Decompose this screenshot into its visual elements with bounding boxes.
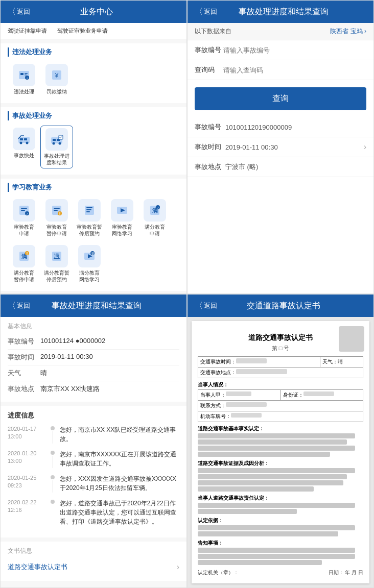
cert-party-a-id: 身份证： [280,390,363,401]
section-violation-title: 违法处理业务 [8,47,179,57]
svg-rect-1 [20,73,24,75]
cert-party-a-contact: 联系方式： [198,401,363,411]
cert-parties-table: 当事人甲： 身份证： 联系方式： 机动车牌号： [198,389,363,422]
svg-rect-12 [24,138,27,140]
violation-handle-icon: √ [13,64,35,86]
progress-dot-1 [51,426,55,430]
edu-pause-apply-label: 审验教育暂停申请 [46,224,67,237]
query-code-input[interactable] [223,66,366,74]
svg-text:¥: ¥ [55,72,59,79]
data-source-region[interactable]: 陕西省 宝鸡 › [330,27,366,36]
cert-basic-table: 交通事故时间： 天气：晴 交通事故地点： [198,356,363,378]
cert-facts-line3 [198,446,355,451]
icon-item-edu-pause-book[interactable]: 审验教育暂停后预约 [73,197,106,239]
panel3-back-button[interactable]: 〈 返回 [8,301,30,311]
progress-item-3: 2020-01-25 09:23 您好，XXX因发生道路交通事故被XXXXXX于… [8,474,179,493]
progress-dot-col-2 [49,450,57,468]
accident-progress-icon [45,128,68,151]
detail-label-accident-time: 事故时间 [8,353,40,362]
progress-time-4: 2020-02-22 12:16 [8,499,49,526]
icon-item-accident-quick[interactable]: 事故快处 [8,126,40,168]
panel1-content: 驾驶证挂靠申请 驾驶证审验业务申请 违法处理业务 [1,23,186,293]
panel1-back-chevron-icon: 〈 [8,7,16,17]
result-item-accident-location: 事故地点 宁波市 (略) [188,157,373,177]
doc-row-cert[interactable]: 道路交通事故认定书 › [8,558,179,576]
region-chevron-icon: › [364,28,366,35]
cert-table-cell-time-label: 交通事故时间： [198,357,320,368]
doc-section: 文书信息 道路交通事故认定书 › [1,542,186,581]
icon-item-edu-online[interactable]: 审验教育网络学习 [106,197,138,239]
full-edu-pause-book-label: 满分教育暂停后预约 [44,270,69,283]
progress-section-title: 进度信息 [8,411,179,420]
detail-value-accident-time: 2019-01-11 00:30 [40,353,179,362]
icon-item-accident-progress[interactable]: 事故处理进度和结果 [40,126,73,168]
svg-rect-20 [21,208,27,209]
doc-section-title: 文书信息 [8,547,179,555]
icon-item-full-edu-apply[interactable]: 满 ✓ 满分教育申请 [138,197,171,239]
panel3-back-chevron-icon: 〈 [8,301,16,311]
svg-rect-3 [25,75,27,76]
result-arrow-icon: › [364,142,366,152]
icon-item-edu-apply[interactable]: ✓ 审验教育申请 [8,197,40,239]
svg-text:满: 满 [54,253,59,258]
panel1-back-button[interactable]: 〈 返回 [8,7,30,17]
svg-point-10 [26,142,29,144]
cert-party-a-label: 当事人甲： [198,390,281,401]
progress-line-2 [53,456,53,468]
full-edu-apply-icon: 满 ✓ [144,199,166,222]
icon-item-full-edu-online[interactable]: 满 满分教育网络学习 [73,243,106,285]
result-item-accident-number: 事故编号 101001120190000009 [188,117,373,137]
quick-link-license-verify[interactable]: 驾驶证审验业务申请 [57,27,108,35]
cert-resp-line1 [198,503,355,508]
cert-signature-left: 认定机关（章）： [198,569,239,576]
panel4-header: 〈 返回 交通道路事故认定书 [188,295,373,317]
panel2-back-button[interactable]: 〈 返回 [195,7,217,17]
progress-msg-1: 您好，南京市XX XX队已经受理道路交通事故。 [57,425,179,444]
svg-text:满: 满 [91,252,94,255]
doc-name-cert: 道路交通事故认定书 [8,562,177,572]
accident-number-input[interactable] [223,46,366,54]
cert-time-label: 交通事故时间： [200,359,236,364]
section-accident: 事故处理业务 事故快处 [1,107,186,175]
accident-quick-label: 事故快处 [14,152,34,159]
svg-text:‼: ‼ [59,212,61,215]
icon-item-full-edu-pause[interactable]: 满 ‼ 满分教育暂停申请 [8,243,40,285]
edu-online-label: 审验教育网络学习 [112,224,132,237]
svg-text:✓: ✓ [26,212,29,215]
svg-text:✓: ✓ [157,206,159,209]
progress-msg-4: 您好，道路交通事故已于2020年2月22日作出道路交通事故认定，您可以通过互联网… [57,499,179,526]
quick-link-license-hang[interactable]: 驾驶证挂靠申请 [8,27,47,35]
doc-arrow-icon: › [177,562,179,572]
edu-pause-book-label: 审验教育暂停后预约 [77,224,102,237]
icon-item-fine-pay[interactable]: ¥ 罚款缴纳 [40,62,73,97]
progress-line-1 [53,431,53,444]
svg-point-15 [59,142,61,145]
cert-content: 道路交通事故认定书 第 □ 号 交通事故时间： 天气：晴 交通事故地点： 当事人… [188,317,373,587]
panel2-title: 事故处理进度和结果查询 [221,7,346,17]
full-edu-pause-book-icon: 满 [45,245,68,267]
query-code-label: 查询码 [195,65,223,75]
svg-rect-26 [54,210,58,211]
panel3-content: 基本信息 事故编号 101001124 ●0000002 事故时间 2019-0… [1,317,186,587]
svg-rect-45 [54,258,60,259]
fine-pay-icon: ¥ [45,64,68,86]
cert-law-line1 [198,525,355,530]
section-accident-title: 事故处理业务 [8,111,179,120]
detail-value-location: 南京市XX XX快速路 [40,384,179,394]
cert-facts-label: 道路交通事故基本事实认定： [198,425,363,432]
result-item-accident-time[interactable]: 事故时间 2019-01-11 00:30 › [188,137,373,157]
detail-row-location: 事故地点 南京市XX XX快速路 [8,381,179,397]
cert-evidence-line2 [198,474,347,479]
panel4-back-button[interactable]: 〈 返回 [195,301,217,311]
icon-item-edu-pause-apply[interactable]: ‼ 审验教育暂停申请 [40,197,73,239]
cert-party-a-contact-blurred [226,402,267,407]
query-button[interactable]: 查询 [195,87,366,110]
panel-cert: 〈 返回 交通道路事故认定书 道路交通事故认定书 第 □ 号 交通事故时间： 天… [187,294,374,588]
panel-business-center: 〈 返回 业务中心 驾驶证挂靠申请 驾驶证审验业务申请 违法处理业务 [0,0,187,294]
region-text: 陕西省 宝鸡 [330,28,362,35]
icon-item-full-edu-pause-book[interactable]: 满 满分教育暂停后预约 [40,243,73,285]
cert-signature-row: 认定机关（章）： 日期： 年 月 日 [198,569,363,576]
edu-pause-book-icon [78,199,101,222]
result-value-accident-time: 2019-01-11 00:30 [225,143,364,151]
icon-item-violation-handle[interactable]: √ 违法处理 [8,62,40,97]
